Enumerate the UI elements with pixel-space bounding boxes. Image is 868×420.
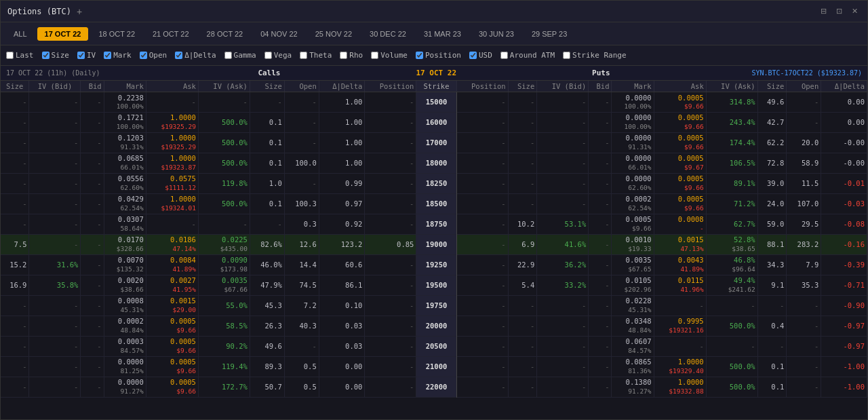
opt-item-size[interactable]: Size — [42, 51, 70, 60]
tab-18oct22[interactable]: 18 OCT 22 — [91, 27, 142, 41]
opt-item-theta[interactable]: Theta — [300, 51, 332, 60]
opt-checkbox-aroundatm[interactable] — [500, 52, 508, 59]
tab-31mar23[interactable]: 31 MAR 23 — [416, 27, 469, 41]
calls-ivask-cell: 0.0090$173.98 — [198, 254, 250, 275]
opt-checkbox-vega[interactable] — [264, 52, 272, 59]
calls-open-cell: 0.3 — [284, 214, 319, 234]
tab-04nov22[interactable]: 04 NOV 22 — [253, 27, 304, 41]
opt-item-usd[interactable]: USD — [469, 51, 492, 60]
calls-mark-cell: 0.000845.31% — [104, 295, 146, 316]
puts-size-cell: - — [508, 336, 537, 356]
puts-bid-cell: - — [589, 132, 612, 153]
opt-checkbox-δdelta[interactable] — [175, 52, 182, 59]
opt-item-iv[interactable]: IV — [77, 51, 96, 60]
tab-17oct22[interactable]: 17 OCT 22 — [37, 27, 89, 41]
table-row: ---0.1721100.00%1.0000$19325.29500.0%0.1… — [1, 112, 867, 132]
opt-checkbox-rho[interactable] — [340, 52, 347, 59]
table-cell: - — [1, 214, 29, 234]
opt-item-gamma[interactable]: Gamma — [224, 51, 256, 60]
tab-25nov22[interactable]: 25 NOV 22 — [308, 27, 359, 41]
calls-size2-cell: 26.3 — [250, 316, 284, 336]
calls-ivask-cell: 172.7% — [198, 377, 250, 397]
th-bid-puts: Bid — [589, 81, 612, 92]
th-position-puts: Position — [456, 81, 508, 92]
add-tab-button[interactable]: + — [77, 6, 82, 17]
table-cell: 16.9 — [1, 275, 29, 295]
calls-mark-cell: 0.000248.84% — [104, 316, 146, 336]
strike-cell: 18500 — [416, 193, 456, 214]
calls-position-cell: - — [365, 336, 416, 356]
puts-size-cell: - — [508, 295, 537, 316]
calls-ask-cell: 1.0000$19325.29 — [146, 112, 198, 132]
opt-checkbox-volume[interactable] — [371, 52, 378, 59]
table-row: ---0.000384.57%0.0005$9.6690.2%49.6-0.03… — [1, 336, 867, 356]
table-cell: - — [81, 295, 104, 316]
opt-checkbox-gamma[interactable] — [224, 52, 232, 59]
puts-size-cell: 22.9 — [508, 254, 537, 275]
app-window: Options (BTC) + ⊟ ⊡ ✕ ALL17 OCT 2218 OCT… — [0, 0, 868, 420]
tab-28oct22[interactable]: 28 OCT 22 — [199, 27, 251, 41]
tab-all[interactable]: ALL — [6, 27, 35, 41]
opt-checkbox-iv[interactable] — [77, 52, 85, 59]
opt-item-δdelta[interactable]: Δ|Delta — [175, 51, 216, 60]
options-table-container[interactable]: Size IV (Bid) Bid Mark Ask IV (Ask) Size… — [1, 81, 867, 419]
table-cell: - — [81, 356, 104, 377]
close-button[interactable]: ✕ — [849, 5, 861, 17]
puts-position-cell: - — [456, 254, 508, 275]
th-bid-calls: Bid — [81, 81, 104, 92]
table-cell: - — [81, 377, 104, 397]
opt-item-volume[interactable]: Volume — [371, 51, 408, 60]
puts-mark-cell: 0.0000100.00% — [612, 92, 654, 113]
th-mark-puts: Mark — [612, 81, 654, 92]
opt-item-open[interactable]: Open — [140, 51, 167, 60]
puts-open-cell: 7.9 — [787, 254, 821, 275]
tab-30jun23[interactable]: 30 JUN 23 — [471, 27, 521, 41]
opt-item-rho[interactable]: Rho — [340, 51, 363, 60]
puts-position-cell: - — [456, 316, 508, 336]
th-size2-puts: Size — [757, 81, 787, 92]
opt-checkbox-open[interactable] — [140, 52, 147, 59]
puts-ivbid-cell: - — [537, 377, 589, 397]
puts-size2-cell: 0.1 — [757, 377, 787, 397]
tab-21oct22[interactable]: 21 OCT 22 — [145, 27, 197, 41]
puts-open-cell: - — [787, 112, 821, 132]
puts-delta-cell: -0.08 — [821, 214, 867, 234]
puts-bid-cell: - — [589, 92, 612, 113]
calls-size2-cell: 50.7 — [250, 377, 284, 397]
calls-delta-cell: 1.00 — [319, 132, 365, 153]
puts-delta-cell: -0.00 — [821, 132, 867, 153]
opt-checkbox-last[interactable] — [6, 52, 14, 59]
opt-checkbox-strikerange[interactable] — [563, 52, 570, 59]
calls-mark-cell: 0.000081.25% — [104, 356, 146, 377]
opt-item-vega[interactable]: Vega — [264, 51, 292, 60]
opt-checkbox-theta[interactable] — [300, 52, 307, 59]
opt-checkbox-mark[interactable] — [104, 52, 111, 59]
expiry-info: 17 OCT 22 (11h) (Daily) — [1, 69, 258, 77]
opt-item-aroundatm[interactable]: Around ATM — [500, 51, 555, 60]
syn-price: SYN.BTC-17OCT22 ($19323.87) — [610, 69, 867, 77]
puts-position-cell: - — [456, 295, 508, 316]
opt-checkbox-size[interactable] — [42, 52, 50, 59]
tab-29sep23[interactable]: 29 SEP 23 — [524, 27, 574, 41]
table-cell: 7.5 — [1, 234, 29, 254]
calls-ivask-cell: 0.0035$67.66 — [198, 275, 250, 295]
opt-item-position[interactable]: Position — [416, 51, 461, 60]
maximize-button[interactable]: ⊡ — [833, 5, 845, 17]
calls-size2-cell: 82.6% — [250, 234, 284, 254]
opt-checkbox-usd[interactable] — [469, 52, 477, 59]
calls-position-cell: - — [365, 132, 416, 153]
puts-ivask-cell: 52.8%$38.65 — [706, 234, 757, 254]
tab-30dec22[interactable]: 30 DEC 22 — [362, 27, 414, 41]
table-cell: - — [1, 316, 29, 336]
puts-mark-cell: 0.000262.54% — [612, 193, 654, 214]
puts-size-cell: - — [508, 356, 537, 377]
minimize-button[interactable]: ⊟ — [818, 5, 829, 17]
table-cell: - — [81, 275, 104, 295]
opt-checkbox-position[interactable] — [416, 52, 423, 59]
opt-item-strikerange[interactable]: Strike Range — [563, 51, 626, 60]
calls-position-cell: - — [365, 295, 416, 316]
opt-item-last[interactable]: Last — [6, 51, 34, 60]
opt-item-mark[interactable]: Mark — [104, 51, 132, 60]
strike-cell: 19000 — [416, 234, 456, 254]
calls-position-cell: - — [365, 275, 416, 295]
